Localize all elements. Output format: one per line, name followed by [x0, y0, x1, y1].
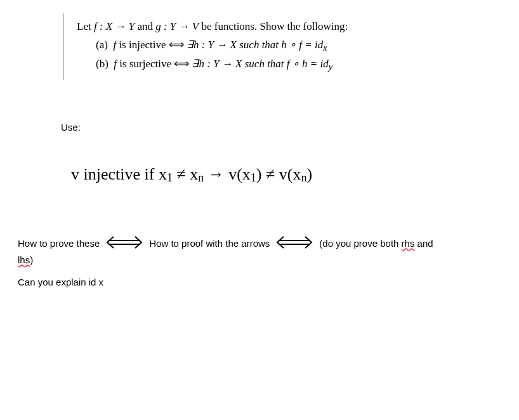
question-line-1-cont: lhs) [18, 254, 500, 265]
problem-intro: Let f : X → Y and g : Y → V be functions… [77, 18, 470, 36]
item-label: (b) [96, 58, 108, 70]
text: ≠ x [173, 165, 198, 183]
double-arrow-icon [275, 235, 314, 252]
math: ∃h : Y → X such that [189, 58, 287, 70]
question-block: How to prove these How to proof with the… [18, 235, 500, 287]
math-f-decl: f : X → Y [94, 20, 135, 32]
use-label: Use: [61, 122, 81, 133]
subscript: n [198, 171, 204, 184]
text: ) [30, 254, 33, 265]
text: v injective if x [71, 165, 167, 183]
subscript: x [323, 43, 327, 53]
question-line-1: How to prove these How to proof with the… [18, 235, 500, 252]
question-line-2: Can you explain id x [18, 277, 500, 287]
spellcheck-word: rhs [402, 238, 415, 249]
problem-item-b: (b) f is surjective ⟺ ∃h : Y → X such th… [77, 55, 470, 74]
math: h ∘ f = id [281, 39, 323, 51]
text: ) ≠ v(x [256, 165, 301, 183]
subscript: 1 [251, 171, 256, 184]
question-text: How to proof with the arrows [149, 238, 270, 249]
math: f ∘ h = id [287, 58, 329, 70]
text: → v(x [204, 165, 251, 183]
iff-symbol: ⟺ [169, 39, 184, 51]
question-text: (do you prove both rhs and [319, 238, 433, 249]
problem-item-a: (a) f is injective ⟺ ∃h : Y → X such tha… [77, 36, 470, 55]
math-g-decl: g : Y → V [155, 20, 199, 32]
subscript: 1 [167, 171, 173, 184]
math: ∃h : Y → X such that [184, 39, 282, 51]
text: be functions. Show the following: [199, 20, 348, 32]
text: and [414, 238, 433, 249]
problem-statement: Let f : X → Y and g : Y → V be functions… [63, 13, 470, 80]
subscript: y [329, 62, 332, 72]
text: and [135, 20, 155, 32]
double-arrow-icon [105, 235, 144, 252]
question-text: How to prove these [18, 238, 100, 249]
text: (do you prove both [319, 238, 401, 249]
text: is surjective [117, 58, 174, 70]
item-label: (a) [96, 39, 108, 51]
iff-symbol: ⟺ [174, 58, 189, 70]
text: is injective [116, 39, 169, 51]
text: Let [77, 20, 94, 32]
injective-definition: v injective if x1 ≠ xn → v(x1) ≠ v(xn) [71, 165, 312, 185]
spellcheck-word: lhs [18, 254, 30, 265]
text: ) [306, 165, 312, 183]
